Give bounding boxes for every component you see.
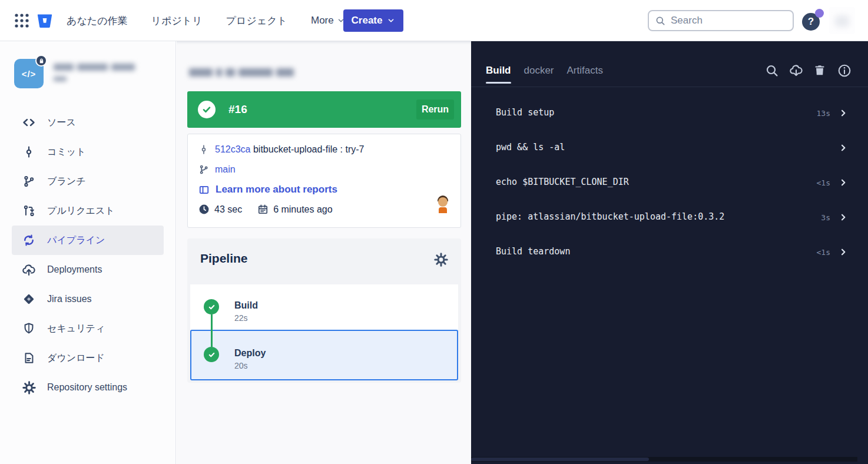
pipeline-card-title: Pipeline	[200, 251, 248, 266]
reports-row: Learn more about reports	[198, 184, 337, 195]
commit-card: 512c3ca bitbucket-upload-file : try-7 ma…	[187, 134, 461, 228]
log-row-pipe-upload-file[interactable]: pipe: atlassian/bitbucket-upload-file:0.…	[484, 204, 855, 230]
pipeline-settings-gear-icon[interactable]	[434, 253, 448, 267]
committer-avatar[interactable]	[435, 195, 451, 217]
jira-icon	[21, 291, 37, 307]
pipeline-summary-column: #16 Rerun 512c3ca bitbucket-upload-file …	[177, 41, 471, 464]
top-navbar: あなたの作業 リポジトリ プロジェクト More Create ?	[0, 0, 868, 41]
menu-more[interactable]: More	[311, 15, 345, 26]
document-icon	[21, 350, 37, 366]
sidebar-item-branches[interactable]: ブランチ	[12, 167, 164, 196]
bitbucket-logo[interactable]	[36, 12, 54, 29]
chevron-right-icon	[839, 143, 848, 153]
sidebar-item-downloads[interactable]: ダウンロード	[12, 343, 164, 373]
gear-icon	[21, 380, 37, 395]
pipeline-steps: Build 22s Deploy 20s	[190, 284, 458, 380]
create-button[interactable]: Create	[343, 9, 403, 32]
step-connector	[211, 314, 213, 347]
branch-row: main	[198, 164, 236, 175]
log-tabs: Build docker Artifacts	[486, 65, 603, 84]
clock-icon	[198, 204, 210, 215]
sidebar-item-source[interactable]: ソース	[12, 108, 164, 137]
run-time-ago: 6 minutes ago	[273, 204, 333, 215]
question-mark-icon: ?	[808, 16, 814, 28]
commit-icon	[21, 144, 37, 160]
check-icon	[204, 299, 219, 314]
run-status-banner: #16 Rerun	[187, 91, 461, 128]
step-name-deploy: Deploy	[234, 348, 266, 359]
log-row-build-setup[interactable]: Build setup 13s	[484, 100, 855, 126]
sidebar-item-security[interactable]: セキュリティ	[12, 314, 164, 343]
menu-your-work[interactable]: あなたの作業	[67, 14, 128, 28]
log-row-echo-clone-dir[interactable]: echo $BITBUCKET_CLONE_DIR <1s	[484, 170, 855, 195]
commit-message: bitbucket-upload-file : try-7	[253, 144, 365, 154]
navbar-menu: あなたの作業 リポジトリ プロジェクト More	[67, 0, 345, 41]
sidebar-nav: ソース コミット ブランチ プルリクエスト パイプライン	[0, 108, 175, 402]
tab-divider	[471, 87, 868, 87]
tab-docker[interactable]: docker	[524, 65, 554, 84]
cloud-download-icon[interactable]	[789, 64, 803, 78]
repository-name-redacted[interactable]	[52, 62, 145, 85]
branch-icon	[21, 174, 37, 189]
calendar-icon	[257, 204, 269, 215]
trash-icon[interactable]	[813, 64, 827, 78]
menu-projects[interactable]: プロジェクト	[226, 14, 287, 28]
run-number: #16	[228, 103, 247, 116]
sidebar-item-deployments[interactable]: Deployments	[12, 255, 164, 284]
page-title-redacted	[187, 67, 311, 80]
tab-artifacts[interactable]: Artifacts	[567, 65, 603, 84]
commit-icon	[198, 144, 209, 155]
repository-header: </>	[14, 59, 145, 88]
app-grid-icon[interactable]	[14, 13, 29, 28]
sidebar-item-repository-settings[interactable]: Repository settings	[12, 373, 164, 402]
pull-request-icon	[21, 203, 37, 218]
branch-icon	[198, 164, 209, 175]
notification-dot	[815, 9, 824, 18]
horizontal-scrollbar[interactable]	[471, 457, 857, 462]
chevron-right-icon	[839, 247, 848, 257]
chevron-right-icon	[839, 108, 848, 118]
log-actions	[765, 64, 852, 78]
sidebar-item-pull-requests[interactable]: プルリクエスト	[12, 196, 164, 226]
chevron-right-icon	[839, 213, 848, 222]
sidebar-item-jira-issues[interactable]: Jira issues	[12, 284, 164, 314]
chevron-down-icon	[387, 16, 395, 25]
step-duration-build: 22s	[234, 313, 248, 323]
rerun-button[interactable]: Rerun	[416, 100, 454, 120]
run-duration: 43 sec	[214, 204, 242, 215]
search-icon	[655, 15, 666, 26]
commit-hash-link[interactable]: 512c3ca	[215, 144, 251, 154]
chevron-right-icon	[839, 178, 848, 187]
branch-link[interactable]: main	[215, 164, 236, 175]
pipeline-card: Pipeline Build 22s Deploy 20s	[187, 238, 461, 383]
sidebar-item-commits[interactable]: コミット	[12, 137, 164, 167]
shield-icon	[21, 321, 37, 336]
step-row-deploy[interactable]	[190, 330, 458, 380]
reports-icon	[198, 184, 210, 195]
check-icon	[204, 347, 219, 362]
source-icon	[21, 115, 37, 130]
tab-build[interactable]: Build	[486, 65, 511, 84]
log-row-build-teardown[interactable]: Build teardown <1s	[484, 239, 855, 265]
build-log-panel: Build docker Artifacts Build setup 13s p…	[471, 41, 868, 464]
lock-icon	[35, 55, 47, 67]
step-duration-deploy: 20s	[234, 361, 248, 370]
search-input[interactable]	[671, 15, 777, 26]
commit-row: 512c3ca bitbucket-upload-file : try-7	[198, 144, 364, 155]
menu-repositories[interactable]: リポジトリ	[151, 14, 203, 28]
info-icon[interactable]	[837, 64, 852, 78]
step-row-build[interactable]	[190, 284, 458, 330]
repository-sidebar: </> ソース コミット ブランチ	[0, 41, 176, 464]
search-box	[648, 10, 794, 31]
repository-avatar[interactable]: </>	[14, 59, 44, 88]
reports-link[interactable]: Learn more about reports	[216, 184, 337, 195]
log-row-pwd-ls[interactable]: pwd && ls -al	[484, 135, 855, 161]
log-search-icon[interactable]	[765, 64, 779, 78]
cloud-upload-icon	[21, 262, 37, 277]
user-avatar[interactable]	[829, 7, 855, 34]
meta-row: 43 sec 6 minutes ago	[198, 204, 333, 215]
pipelines-icon	[21, 233, 37, 248]
sidebar-item-pipelines[interactable]: パイプライン	[12, 226, 164, 255]
step-name-build: Build	[234, 300, 258, 311]
check-icon	[198, 101, 216, 118]
